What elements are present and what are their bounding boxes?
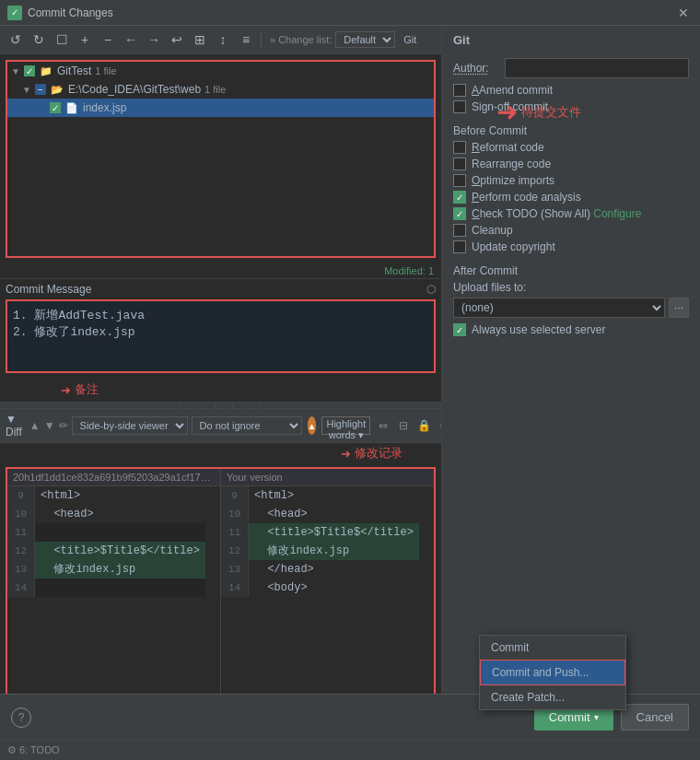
always-use-server-label: Always use selected server <box>472 323 605 336</box>
check-todo-checkbox[interactable]: ✓ <box>453 207 466 220</box>
diff-viewer-dropdown[interactable]: Side-by-side viewer Unified viewer <box>72 416 188 435</box>
move-right-btn[interactable]: → <box>144 29 164 50</box>
modified-bar: Modified: 1 <box>0 263 441 279</box>
always-use-server-checkbox[interactable]: ✓ <box>453 323 466 336</box>
cleanup-checkbox[interactable] <box>453 224 466 237</box>
commit-message-title: Commit Message <box>6 283 91 296</box>
update-copyright-checkbox[interactable] <box>453 240 466 253</box>
settings-btn[interactable]: ⚙ <box>435 416 441 435</box>
diff-line-left-5: 修改index.jsp <box>35 560 205 579</box>
line-num-11r: 11 <box>221 523 248 542</box>
change-list-dropdown[interactable]: Default <box>335 31 395 48</box>
rearrange-row[interactable]: Rearrange code <box>453 158 689 170</box>
always-use-server-row[interactable]: ✓ Always use selected server <box>453 323 689 336</box>
tree-label-index: index.jsp <box>83 101 126 114</box>
dropdown-create-patch[interactable]: Create Patch... <box>480 685 625 709</box>
amend-commit-row[interactable]: AAmend commit <box>453 84 689 97</box>
line-num-13l: 13 <box>7 560 34 579</box>
dropdown-commit[interactable]: Commit <box>480 636 625 660</box>
check-todo-row[interactable]: ✓ Check TODO (Show All) Configure <box>453 207 689 220</box>
diff-line-left-1: <html> <box>35 486 205 505</box>
dropdown-commit-push[interactable]: Commit and Push... <box>480 660 625 685</box>
diff-marker-btn[interactable]: ▲ <box>308 416 317 435</box>
diff-right-line-nums: 9 10 11 12 13 14 <box>221 486 249 597</box>
revert-btn[interactable]: ↩ <box>167 29 187 50</box>
diff-annotation-row: ➜ 修改记录 <box>0 443 441 463</box>
diff-line-left-6 <box>35 579 205 597</box>
column-btn[interactable]: ⊟ <box>394 416 413 435</box>
line-num-12l: 12 <box>7 542 34 560</box>
diff-edit-btn[interactable]: ✏ <box>59 417 68 434</box>
add-btn[interactable]: + <box>75 29 95 50</box>
window-title: Commit Changes <box>28 6 674 19</box>
tree-checkbox-web[interactable]: − <box>35 84 46 95</box>
configure-link[interactable]: Configure <box>593 207 641 220</box>
commit-message-header: Commit Message ⬡ <box>6 283 436 296</box>
line-num-13r: 13 <box>221 560 248 579</box>
cleanup-row[interactable]: Cleanup <box>453 224 689 237</box>
commit-annotation: ➜ 备注 <box>61 381 99 398</box>
amend-commit-checkbox[interactable] <box>453 84 466 97</box>
tree-checkbox-index[interactable]: ✓ <box>50 102 61 113</box>
close-button[interactable]: ✕ <box>674 4 693 22</box>
commit-message-input[interactable]: 1. 新增AddTest.java 2. 修改了index.jsp <box>6 299 436 373</box>
before-commit-title: Before Commit <box>453 124 689 137</box>
sort-btn[interactable]: ↕ <box>213 29 233 50</box>
perform-analysis-checkbox[interactable]: ✓ <box>453 191 466 204</box>
grid-btn[interactable]: ⊞ <box>190 29 210 50</box>
refresh-btn[interactable]: ↺ <box>6 29 26 50</box>
diff-ignore-dropdown[interactable]: Do not ignore Ignore whitespace <box>192 416 302 435</box>
commit-arrow-icon: ➜ <box>61 383 71 397</box>
diff-line-left-2: <head> <box>35 505 205 523</box>
tree-item-indexjsp[interactable]: ▶ ✓ 📄 index.jsp <box>7 99 434 117</box>
highlight-words-btn[interactable]: Highlight words ▾ <box>321 416 370 435</box>
amend-commit-label: AAmend commit <box>472 84 553 97</box>
diff-line-left-3 <box>35 523 205 542</box>
right-panel: Git Author: AAmend commit Sign-off commi… <box>442 26 700 740</box>
sync-btn[interactable]: ⇔ <box>374 416 392 435</box>
todo-item[interactable]: ⚙ 6: TODO <box>7 744 60 756</box>
diff-right-content: 9 10 11 12 13 14 <html> <head> <box>221 486 434 597</box>
drag-handle[interactable]: · · · · · · · · · · <box>0 402 441 409</box>
server-more-btn[interactable]: ··· <box>669 298 689 318</box>
tree-item-web[interactable]: ▼ − 📂 E:\Code_IDEA\GitTest\web 1 file <box>7 80 434 99</box>
optimize-checkbox[interactable] <box>453 174 466 187</box>
sign-off-label: Sign-off commit <box>472 100 548 113</box>
after-commit-title: After Commit <box>453 264 689 277</box>
tree-label-web: E:\Code_IDEA\GitTest\web <box>68 83 201 96</box>
tree-checkbox-gitTest[interactable]: ✓ <box>24 65 35 76</box>
rearrange-checkbox[interactable] <box>453 158 466 170</box>
tree-item-gitTest[interactable]: ▼ ✓ 📁 GitTest 1 file <box>7 62 434 80</box>
lock-btn[interactable]: 🔒 <box>414 416 433 435</box>
more-btn[interactable]: ≡ <box>236 29 256 50</box>
diff-next-btn[interactable]: ▼ <box>44 417 55 434</box>
commit-message-icon[interactable]: ⬡ <box>426 283 436 296</box>
reformat-checkbox[interactable] <box>453 141 466 154</box>
optimize-row[interactable]: Optimize imports <box>453 174 689 187</box>
diff-line-right-1: <html> <box>249 486 419 505</box>
help-button[interactable]: ? <box>11 707 31 728</box>
tree-arrow: ▼ <box>11 66 22 76</box>
update-copyright-label: Update copyright <box>472 240 555 253</box>
perform-analysis-row[interactable]: ✓ Perform code analysis <box>453 191 689 204</box>
sign-off-row[interactable]: Sign-off commit <box>453 100 689 113</box>
commit-dropdown-arrow: ▾ <box>594 712 599 722</box>
commit-annotation-row: ➜ 备注 <box>0 380 441 402</box>
server-select-row: (none) ··· <box>453 298 689 318</box>
checkbox-btn[interactable]: ☐ <box>52 29 72 50</box>
diff-left-header: 20h1df1dd1ce832a691b9f5203a29a1cf17462b1… <box>7 469 221 485</box>
redo-btn[interactable]: ↻ <box>29 29 49 50</box>
diff-line-right-6: <body> <box>249 579 419 597</box>
author-input[interactable] <box>505 58 689 78</box>
diff-prev-btn[interactable]: ▲ <box>29 417 41 434</box>
remove-btn[interactable]: − <box>98 29 118 50</box>
sign-off-checkbox[interactable] <box>453 100 466 113</box>
move-left-btn[interactable]: ← <box>121 29 141 50</box>
modified-text: Modified: 1 <box>384 265 434 276</box>
reformat-row[interactable]: Reformat code <box>453 141 689 154</box>
server-select[interactable]: (none) <box>453 298 665 318</box>
commit-message-section: Commit Message ⬡ 1. 新增AddTest.java 2. 修改… <box>0 279 441 380</box>
cancel-button[interactable]: Cancel <box>621 704 689 731</box>
diff-annotation-text: 修改记录 <box>355 445 402 462</box>
update-copyright-row[interactable]: Update copyright <box>453 240 689 253</box>
